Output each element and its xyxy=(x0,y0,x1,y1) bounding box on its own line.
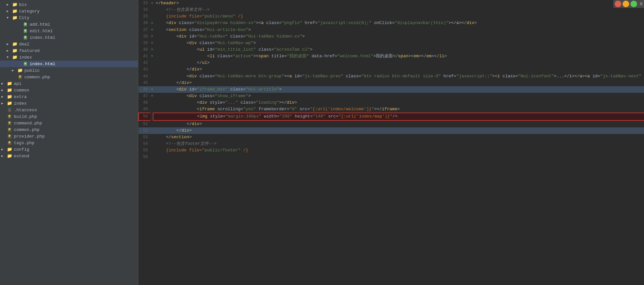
code-line-37: 37⊖ <section class="Hui-article-box"> xyxy=(139,27,644,33)
line-content: <div class="Hui-tabNav-wp"> xyxy=(153,40,644,46)
fold-indicator[interactable] xyxy=(150,66,153,73)
line-number: 39 xyxy=(139,40,150,46)
sidebar-item-tags.php[interactable]: Ptags.php xyxy=(0,140,138,146)
folder-icon: 📁 xyxy=(7,94,13,99)
folder-arrow-extend: ▶ xyxy=(1,154,7,158)
fold-indicator[interactable]: ⊖ xyxy=(150,93,153,99)
fold-indicator[interactable]: ⊖ xyxy=(150,33,153,40)
sidebar-item-index-index.html[interactable]: Hindex.html xyxy=(0,61,138,67)
browser-minimize-btn[interactable] xyxy=(623,1,629,7)
line-number: 43 xyxy=(139,66,150,73)
code-line-40: 40⊖ <ul id="min_title_list" class="acros… xyxy=(139,46,644,53)
line-content: <div class="show_iframe"> xyxy=(153,93,644,99)
fold-indicator[interactable] xyxy=(150,134,153,141)
code-line-41: 41⊖ <li class="active"><span title="我的桌面… xyxy=(139,53,644,60)
sidebar-item-category[interactable]: ▶📁category xyxy=(0,8,138,14)
browser-close-btn[interactable] xyxy=(615,1,621,7)
folder-icon: 📁 xyxy=(12,9,18,14)
html-file-icon: H xyxy=(22,35,28,40)
folder-arrow-common: ▶ xyxy=(1,88,7,92)
line-number: 41 xyxy=(139,53,150,60)
sidebar-item-label: config xyxy=(14,147,29,152)
sidebar-item-label: add.html xyxy=(30,22,50,27)
sidebar-item-label: index xyxy=(14,101,27,106)
browser-maximize-btn[interactable] xyxy=(631,1,637,7)
fold-indicator[interactable] xyxy=(150,154,153,160)
fold-indicator[interactable]: ⊖ xyxy=(150,27,153,33)
line-content: </div> xyxy=(153,127,644,134)
line-content: </div> xyxy=(153,66,644,73)
fold-indicator[interactable]: ⊖ xyxy=(150,40,153,46)
line-number: 37 xyxy=(139,27,150,33)
fold-indicator[interactable] xyxy=(150,147,153,154)
sidebar-item-common.php[interactable]: Pcommon.php xyxy=(0,74,138,80)
sidebar-item-public[interactable]: ▶📁public xyxy=(0,67,138,74)
fold-indicator[interactable] xyxy=(150,80,153,86)
line-number: 36 xyxy=(139,20,150,26)
sidebar-item-extra[interactable]: ▶📁extra xyxy=(0,93,138,100)
fold-indicator[interactable] xyxy=(150,106,153,113)
fold-indicator[interactable] xyxy=(150,113,153,120)
line-content: <div style="..." class="loading"></div> xyxy=(153,99,644,106)
sidebar-item-provider.php[interactable]: Pprovider.php xyxy=(0,133,138,140)
line-number: 47 xyxy=(139,93,150,99)
php-file-icon: P xyxy=(7,120,13,126)
fold-indicator[interactable]: ⊖ xyxy=(150,46,153,53)
fold-indicator[interactable] xyxy=(150,99,153,106)
fold-indicator[interactable]: ⊖ xyxy=(150,20,153,26)
sidebar-item-label: command.php xyxy=(14,121,42,126)
sidebar-item-bis[interactable]: ▶📁bis xyxy=(0,1,138,8)
line-number: 33 xyxy=(139,0,150,7)
sidebar-item-add.html[interactable]: Hadd.html xyxy=(0,21,138,28)
fold-indicator[interactable] xyxy=(150,60,153,66)
sidebar-item-extend[interactable]: ▶📁extend xyxy=(0,153,138,159)
folder-arrow-config: ▶ xyxy=(1,147,7,151)
fold-indicator[interactable] xyxy=(150,120,153,127)
sidebar-item-City[interactable]: ▼📁City xyxy=(0,14,138,21)
sidebar-item-command.php[interactable]: Pcommand.php xyxy=(0,120,138,126)
sidebar-item-build.php[interactable]: Pbuild.php xyxy=(0,113,138,120)
sidebar-item-common[interactable]: ▶📁common xyxy=(0,87,138,93)
folder-arrow-deal: ▶ xyxy=(7,42,12,46)
line-content: <img style="margin:100px" width="280" he… xyxy=(153,113,644,120)
line-number: 40 xyxy=(139,46,150,53)
sidebar-item-index2[interactable]: ▶📁index xyxy=(0,100,138,107)
fold-indicator[interactable]: ⊖ xyxy=(150,53,153,60)
folder-icon: 📁 xyxy=(12,15,18,20)
line-content: </ul> xyxy=(153,60,644,66)
fold-indicator[interactable] xyxy=(150,127,153,134)
code-line-52: 52 </div> xyxy=(139,127,644,134)
fold-indicator[interactable] xyxy=(150,13,153,20)
sidebar-item-label: City xyxy=(19,15,29,20)
php-file-icon: P xyxy=(7,134,13,139)
sidebar-item-label: extend xyxy=(14,154,29,159)
folder-icon: 📁 xyxy=(7,153,13,159)
sidebar-item-edit.html[interactable]: Hedit.html xyxy=(0,28,138,34)
line-number: 50 xyxy=(139,113,150,120)
browser-menu-icon[interactable]: ☰ xyxy=(640,2,643,6)
sidebar-item-config[interactable]: ▶📁config xyxy=(0,146,138,153)
sidebar-item-common.php2[interactable]: Pcommon.php xyxy=(0,126,138,133)
file-tree[interactable]: ▶📁bis▶📁category▼📁CityHadd.htmlHedit.html… xyxy=(0,0,138,285)
fold-indicator[interactable] xyxy=(150,7,153,13)
fold-indicator[interactable] xyxy=(150,73,153,80)
browser-toolbar: ☰ xyxy=(613,0,644,8)
line-content: <div class="Hui-tabNav-more btn-group"><… xyxy=(153,73,644,80)
fold-indicator[interactable] xyxy=(150,141,153,147)
html-file-icon: H xyxy=(22,61,28,66)
sidebar-item-deal[interactable]: ▶📁deal xyxy=(0,41,138,47)
line-content: <section class="Hui-article-box"> xyxy=(153,27,644,33)
sidebar-item-featured[interactable]: ▶📁featured xyxy=(0,47,138,54)
line-number: 44 xyxy=(139,73,150,80)
sidebar-item-.htaccess[interactable]: ..htaccess xyxy=(0,107,138,113)
fold-indicator[interactable]: ⊖ xyxy=(150,86,153,93)
folder-arrow-index-folder: ▼ xyxy=(7,56,12,59)
code-line-50: 50 <img style="margin:100px" width="280"… xyxy=(139,113,644,120)
sidebar-item-api[interactable]: ▶📁api xyxy=(0,80,138,87)
code-line-43: 43 </div> xyxy=(139,66,644,73)
html-file-icon: H xyxy=(22,28,28,34)
line-content: {include file="public/menu" /} xyxy=(153,13,644,20)
sidebar-item-index.html[interactable]: Hindex.html xyxy=(0,34,138,41)
sidebar-item-index-folder[interactable]: ▼📁index xyxy=(0,54,138,61)
fold-indicator[interactable]: ⊖ xyxy=(150,0,153,7)
